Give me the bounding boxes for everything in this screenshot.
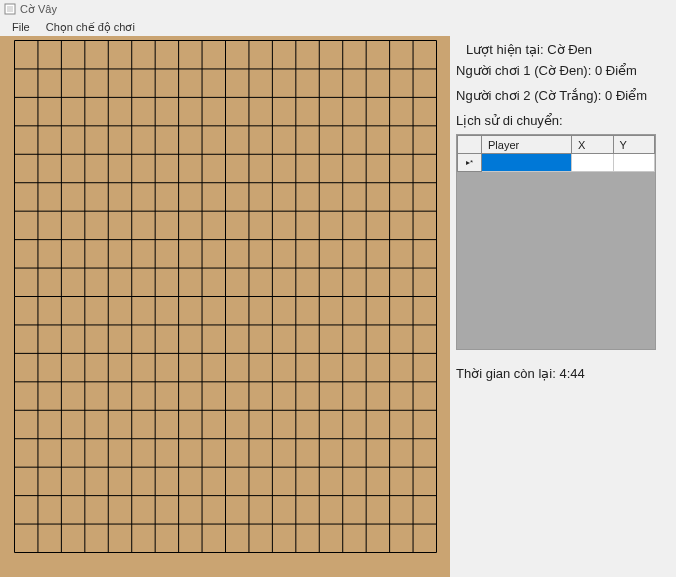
history-grid-empty — [457, 172, 655, 350]
row-marker: ▸* — [458, 154, 482, 172]
info-panel: Lượt hiện tại: Cờ Đen Người chơi 1 (Cờ Đ… — [450, 36, 676, 577]
history-col-y[interactable]: Y — [613, 136, 654, 154]
history-header-row: Player X Y — [458, 136, 655, 154]
player2-score: Người chơi 2 (Cờ Trắng): 0 Điểm — [456, 88, 670, 103]
history-col-player[interactable]: Player — [482, 136, 572, 154]
cell-y[interactable] — [613, 154, 654, 172]
player1-score: Người chơi 1 (Cờ Đen): 0 Điểm — [456, 63, 670, 78]
history-row[interactable]: ▸* — [458, 154, 655, 172]
app-icon — [4, 3, 16, 15]
menu-bar: File Chọn chế độ chơi — [0, 18, 676, 36]
turn-label: Lượt hiện tại: Cờ Đen — [456, 42, 670, 57]
content-area: Lượt hiện tại: Cờ Đen Người chơi 1 (Cờ Đ… — [0, 36, 676, 577]
cell-x[interactable] — [572, 154, 613, 172]
cell-player[interactable] — [482, 154, 572, 172]
menu-file[interactable]: File — [4, 19, 38, 35]
history-grid[interactable]: Player X Y ▸* — [456, 134, 656, 350]
window-title: Cờ Vây — [20, 3, 57, 16]
go-board[interactable] — [10, 36, 440, 556]
svg-rect-1 — [7, 6, 13, 12]
timer-label: Thời gian còn lại: 4:44 — [456, 366, 670, 381]
board-panel — [0, 36, 450, 577]
title-bar: Cờ Vây — [0, 0, 676, 18]
history-title: Lịch sử di chuyển: — [456, 113, 670, 128]
history-col-x[interactable]: X — [572, 136, 613, 154]
history-col-marker[interactable] — [458, 136, 482, 154]
menu-game-mode[interactable]: Chọn chế độ chơi — [38, 19, 143, 36]
